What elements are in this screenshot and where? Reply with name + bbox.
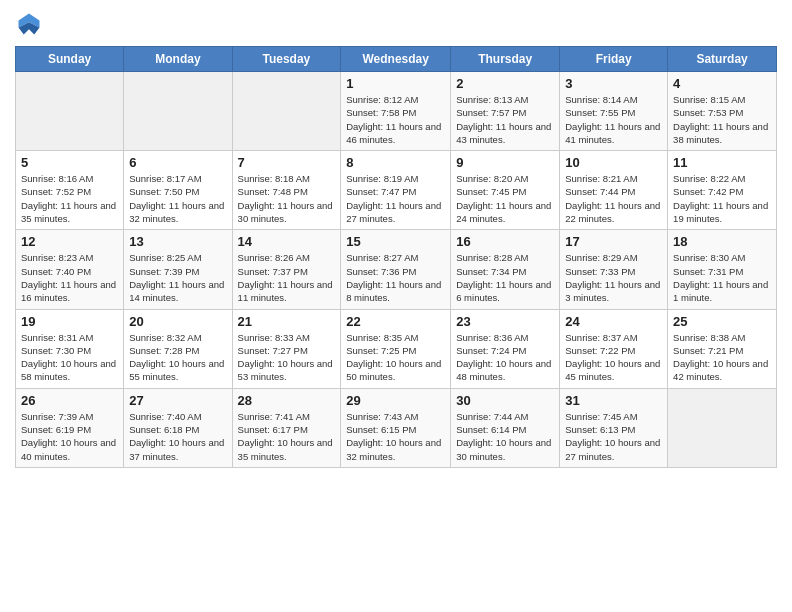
day-cell: 10Sunrise: 8:21 AMSunset: 7:44 PMDayligh… [560,151,668,230]
day-info: Sunrise: 8:33 AMSunset: 7:27 PMDaylight:… [238,331,336,384]
day-cell: 20Sunrise: 8:32 AMSunset: 7:28 PMDayligh… [124,309,232,388]
day-info: Sunrise: 8:19 AMSunset: 7:47 PMDaylight:… [346,172,445,225]
day-number: 30 [456,393,554,408]
day-cell: 9Sunrise: 8:20 AMSunset: 7:45 PMDaylight… [451,151,560,230]
day-cell: 7Sunrise: 8:18 AMSunset: 7:48 PMDaylight… [232,151,341,230]
day-info: Sunrise: 8:18 AMSunset: 7:48 PMDaylight:… [238,172,336,225]
day-number: 27 [129,393,226,408]
day-info: Sunrise: 8:23 AMSunset: 7:40 PMDaylight:… [21,251,118,304]
day-number: 22 [346,314,445,329]
day-number: 31 [565,393,662,408]
day-info: Sunrise: 7:45 AMSunset: 6:13 PMDaylight:… [565,410,662,463]
day-number: 23 [456,314,554,329]
day-cell: 11Sunrise: 8:22 AMSunset: 7:42 PMDayligh… [668,151,777,230]
day-info: Sunrise: 8:13 AMSunset: 7:57 PMDaylight:… [456,93,554,146]
day-info: Sunrise: 7:39 AMSunset: 6:19 PMDaylight:… [21,410,118,463]
day-cell: 27Sunrise: 7:40 AMSunset: 6:18 PMDayligh… [124,388,232,467]
day-info: Sunrise: 8:22 AMSunset: 7:42 PMDaylight:… [673,172,771,225]
day-number: 16 [456,234,554,249]
day-number: 15 [346,234,445,249]
weekday-header-wednesday: Wednesday [341,47,451,72]
day-number: 20 [129,314,226,329]
day-cell: 6Sunrise: 8:17 AMSunset: 7:50 PMDaylight… [124,151,232,230]
day-info: Sunrise: 8:20 AMSunset: 7:45 PMDaylight:… [456,172,554,225]
day-number: 6 [129,155,226,170]
day-number: 3 [565,76,662,91]
day-number: 29 [346,393,445,408]
week-row-4: 19Sunrise: 8:31 AMSunset: 7:30 PMDayligh… [16,309,777,388]
day-info: Sunrise: 8:12 AMSunset: 7:58 PMDaylight:… [346,93,445,146]
day-number: 25 [673,314,771,329]
day-cell: 3Sunrise: 8:14 AMSunset: 7:55 PMDaylight… [560,72,668,151]
day-number: 2 [456,76,554,91]
day-info: Sunrise: 7:43 AMSunset: 6:15 PMDaylight:… [346,410,445,463]
day-info: Sunrise: 8:30 AMSunset: 7:31 PMDaylight:… [673,251,771,304]
day-cell: 30Sunrise: 7:44 AMSunset: 6:14 PMDayligh… [451,388,560,467]
day-info: Sunrise: 8:14 AMSunset: 7:55 PMDaylight:… [565,93,662,146]
day-cell: 5Sunrise: 8:16 AMSunset: 7:52 PMDaylight… [16,151,124,230]
day-cell: 12Sunrise: 8:23 AMSunset: 7:40 PMDayligh… [16,230,124,309]
logo [15,10,45,38]
day-number: 18 [673,234,771,249]
day-number: 14 [238,234,336,249]
week-row-3: 12Sunrise: 8:23 AMSunset: 7:40 PMDayligh… [16,230,777,309]
day-cell: 15Sunrise: 8:27 AMSunset: 7:36 PMDayligh… [341,230,451,309]
day-cell: 31Sunrise: 7:45 AMSunset: 6:13 PMDayligh… [560,388,668,467]
weekday-header-sunday: Sunday [16,47,124,72]
weekday-header-monday: Monday [124,47,232,72]
weekday-header-thursday: Thursday [451,47,560,72]
day-cell: 18Sunrise: 8:30 AMSunset: 7:31 PMDayligh… [668,230,777,309]
day-info: Sunrise: 8:29 AMSunset: 7:33 PMDaylight:… [565,251,662,304]
day-info: Sunrise: 7:40 AMSunset: 6:18 PMDaylight:… [129,410,226,463]
week-row-1: 1Sunrise: 8:12 AMSunset: 7:58 PMDaylight… [16,72,777,151]
day-cell: 17Sunrise: 8:29 AMSunset: 7:33 PMDayligh… [560,230,668,309]
day-number: 12 [21,234,118,249]
logo-icon [15,10,43,38]
day-info: Sunrise: 8:26 AMSunset: 7:37 PMDaylight:… [238,251,336,304]
day-number: 1 [346,76,445,91]
day-cell: 22Sunrise: 8:35 AMSunset: 7:25 PMDayligh… [341,309,451,388]
weekday-header-row: SundayMondayTuesdayWednesdayThursdayFrid… [16,47,777,72]
week-row-5: 26Sunrise: 7:39 AMSunset: 6:19 PMDayligh… [16,388,777,467]
day-cell: 8Sunrise: 8:19 AMSunset: 7:47 PMDaylight… [341,151,451,230]
day-info: Sunrise: 8:17 AMSunset: 7:50 PMDaylight:… [129,172,226,225]
day-cell: 29Sunrise: 7:43 AMSunset: 6:15 PMDayligh… [341,388,451,467]
day-number: 8 [346,155,445,170]
day-cell [668,388,777,467]
day-info: Sunrise: 7:44 AMSunset: 6:14 PMDaylight:… [456,410,554,463]
day-cell [232,72,341,151]
day-cell: 16Sunrise: 8:28 AMSunset: 7:34 PMDayligh… [451,230,560,309]
day-cell: 4Sunrise: 8:15 AMSunset: 7:53 PMDaylight… [668,72,777,151]
day-cell: 23Sunrise: 8:36 AMSunset: 7:24 PMDayligh… [451,309,560,388]
day-info: Sunrise: 8:15 AMSunset: 7:53 PMDaylight:… [673,93,771,146]
day-number: 28 [238,393,336,408]
day-info: Sunrise: 8:35 AMSunset: 7:25 PMDaylight:… [346,331,445,384]
day-cell: 21Sunrise: 8:33 AMSunset: 7:27 PMDayligh… [232,309,341,388]
calendar: SundayMondayTuesdayWednesdayThursdayFrid… [15,46,777,468]
day-number: 7 [238,155,336,170]
day-info: Sunrise: 8:32 AMSunset: 7:28 PMDaylight:… [129,331,226,384]
week-row-2: 5Sunrise: 8:16 AMSunset: 7:52 PMDaylight… [16,151,777,230]
day-info: Sunrise: 8:21 AMSunset: 7:44 PMDaylight:… [565,172,662,225]
day-number: 4 [673,76,771,91]
day-cell: 13Sunrise: 8:25 AMSunset: 7:39 PMDayligh… [124,230,232,309]
day-info: Sunrise: 8:37 AMSunset: 7:22 PMDaylight:… [565,331,662,384]
day-info: Sunrise: 7:41 AMSunset: 6:17 PMDaylight:… [238,410,336,463]
day-info: Sunrise: 8:38 AMSunset: 7:21 PMDaylight:… [673,331,771,384]
day-cell: 19Sunrise: 8:31 AMSunset: 7:30 PMDayligh… [16,309,124,388]
day-number: 13 [129,234,226,249]
day-cell [16,72,124,151]
day-number: 26 [21,393,118,408]
day-cell [124,72,232,151]
day-number: 21 [238,314,336,329]
weekday-header-friday: Friday [560,47,668,72]
day-number: 11 [673,155,771,170]
day-info: Sunrise: 8:28 AMSunset: 7:34 PMDaylight:… [456,251,554,304]
day-cell: 1Sunrise: 8:12 AMSunset: 7:58 PMDaylight… [341,72,451,151]
day-cell: 14Sunrise: 8:26 AMSunset: 7:37 PMDayligh… [232,230,341,309]
day-cell: 25Sunrise: 8:38 AMSunset: 7:21 PMDayligh… [668,309,777,388]
day-number: 19 [21,314,118,329]
day-info: Sunrise: 8:31 AMSunset: 7:30 PMDaylight:… [21,331,118,384]
header [15,10,777,38]
day-cell: 26Sunrise: 7:39 AMSunset: 6:19 PMDayligh… [16,388,124,467]
